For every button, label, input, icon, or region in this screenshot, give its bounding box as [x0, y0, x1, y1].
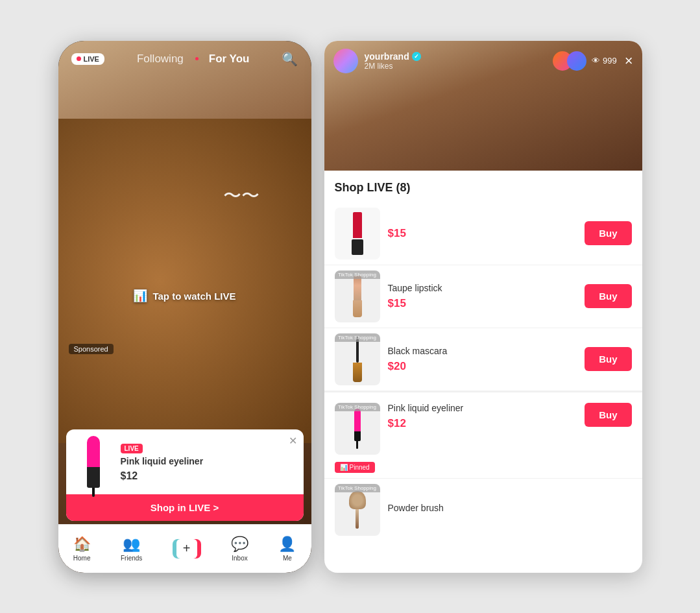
close-button[interactable]: ×: [625, 53, 633, 69]
eyeliner-image: [87, 436, 100, 488]
lipstick-red-img: [352, 212, 363, 255]
tab-dot: [195, 57, 199, 60]
tiktok-shop-label-4: TikTok Shopping: [335, 403, 380, 411]
buy-button-3[interactable]: Buy: [585, 347, 631, 371]
product-card-inner: LIVE Pink liquid eyeliner $12 ✕: [66, 429, 304, 494]
product-details-5: Powder brush: [388, 503, 632, 517]
product-thumbnail: [74, 436, 113, 488]
taupe-lipstick-img: [353, 276, 362, 317]
brand-name: yourbrand ✓: [365, 51, 546, 62]
tap-to-watch[interactable]: 📊 Tap to watch LIVE: [133, 289, 235, 303]
brush-head: [349, 491, 366, 509]
mascara-tube: [353, 363, 362, 382]
product-row-4: TikTok Shopping Pink liquid eyeliner $12…: [324, 391, 642, 479]
brand-likes: 2M likes: [365, 62, 546, 71]
buy-button-2[interactable]: Buy: [585, 284, 631, 308]
friends-icon: 👥: [123, 536, 140, 553]
nav-home[interactable]: 🏠 Home: [73, 536, 91, 562]
product-price: $12: [121, 470, 296, 482]
brush-img: [349, 491, 366, 529]
bar-icon-pinned: 📊: [340, 464, 348, 471]
product-name-4: Pink liquid eyeliner: [388, 403, 577, 413]
bottom-nav: 🏠 Home 👥 Friends + 💬 Inbox 👤 Me: [58, 524, 311, 573]
left-header: LIVE Following For You 🔍: [58, 41, 311, 72]
buy-button-1[interactable]: Buy: [585, 221, 631, 245]
eyeliner-nib: [356, 441, 358, 449]
product-name-5: Powder brush: [388, 503, 632, 513]
tab-foryou[interactable]: For You: [209, 53, 250, 66]
tiktok-shop-label-3: TikTok Shopping: [335, 333, 380, 342]
product-image-3: TikTok Shopping: [335, 333, 380, 385]
create-button[interactable]: +: [173, 539, 201, 559]
eye-icon: 👁: [592, 56, 600, 66]
product-details-1: $15: [388, 227, 577, 240]
product-price-2: $15: [388, 297, 577, 310]
product-image-1: [335, 208, 380, 259]
live-badge-small: LIVE: [121, 444, 143, 453]
product-name: Pink liquid eyeliner: [121, 456, 296, 466]
nav-home-label: Home: [73, 555, 91, 562]
product-row-5: TikTok Shopping Powder brush: [324, 479, 642, 541]
product-row-2: TikTok Shopping Taupe lipstick $15 Buy: [324, 265, 642, 328]
bar-chart-icon: 📊: [133, 289, 147, 303]
product-details-4: Pink liquid eyeliner $12: [388, 403, 577, 430]
shop-title: Shop LIVE (8): [324, 181, 642, 202]
nav-friends-label: Friends: [121, 555, 142, 562]
eyeliner-right-img: [354, 409, 361, 449]
lipstick-body: [353, 212, 362, 238]
product-name-3: Black mascara: [388, 346, 577, 356]
product-card: LIVE Pink liquid eyeliner $12 ✕ Shop in …: [66, 429, 304, 521]
taupe-body: [354, 276, 361, 300]
brand-info: yourbrand ✓ 2M likes: [365, 51, 546, 71]
nav-create[interactable]: +: [173, 539, 201, 559]
product-price-1: $15: [388, 227, 577, 240]
brush-handle: [356, 509, 359, 529]
viewer-avatar-2: [567, 51, 586, 71]
product-image-4: TikTok Shopping: [335, 403, 380, 455]
search-icon[interactable]: 🔍: [282, 51, 298, 67]
right-header: yourbrand ✓ 2M likes 👁 999 ×: [324, 41, 642, 81]
shop-in-live-button[interactable]: Shop in LIVE >: [66, 494, 304, 521]
nav-me-label: Me: [283, 555, 292, 562]
pinned-badge: 📊 Pinned: [335, 462, 375, 473]
verified-icon: ✓: [412, 52, 421, 61]
sponsored-tag: Sponsored: [69, 344, 114, 354]
nav-inbox-label: Inbox: [232, 555, 247, 562]
product-price-3: $20: [388, 360, 577, 373]
nav-inbox[interactable]: 💬 Inbox: [231, 536, 248, 562]
brand-avatar: [333, 49, 358, 73]
buy-button-4[interactable]: Buy: [585, 403, 631, 427]
product-info: LIVE Pink liquid eyeliner $12: [121, 442, 296, 482]
live-dot: [77, 56, 81, 61]
right-video: yourbrand ✓ 2M likes 👁 999 ×: [324, 41, 642, 171]
pinned-label: Pinned: [350, 464, 370, 471]
lipstick-cap: [352, 239, 363, 255]
header-actions: 👁 999 ×: [553, 51, 633, 71]
viewer-count: 👁 999: [592, 56, 617, 66]
nav-friends[interactable]: 👥 Friends: [121, 536, 142, 562]
eyeliner-body: [354, 409, 361, 441]
mascara-img: [353, 337, 362, 382]
left-phone: 〜〜 LIVE Following For You 🔍 📊 Tap to wat…: [58, 41, 311, 573]
product-details-2: Taupe lipstick $15: [388, 283, 577, 310]
live-badge: LIVE: [71, 53, 104, 65]
decoration: 〜〜: [223, 184, 259, 208]
product-image-5: TikTok Shopping: [335, 484, 380, 536]
nav-me[interactable]: 👤 Me: [278, 536, 296, 562]
right-panel: yourbrand ✓ 2M likes 👁 999 ×: [324, 41, 642, 573]
product-row-3: TikTok Shopping Black mascara $20 Buy: [324, 328, 642, 391]
tiktok-shop-label-2: TikTok Shopping: [335, 270, 380, 279]
tiktok-shop-label-5: TikTok Shopping: [335, 484, 380, 492]
product-name-2: Taupe lipstick: [388, 283, 577, 293]
tab-following[interactable]: Following: [137, 53, 184, 66]
shop-section: Shop LIVE (8) $15 Buy TikTok Shopping: [324, 171, 642, 573]
taupe-tube: [353, 300, 362, 317]
product-details-3: Black mascara $20: [388, 346, 577, 373]
me-icon: 👤: [278, 536, 296, 553]
close-icon[interactable]: ✕: [289, 435, 297, 447]
inbox-icon: 💬: [231, 536, 248, 553]
product-image-2: TikTok Shopping: [335, 270, 380, 322]
home-icon: 🏠: [73, 536, 91, 553]
header-tabs: Following For You: [137, 53, 249, 66]
product-row: $15 Buy: [324, 202, 642, 265]
